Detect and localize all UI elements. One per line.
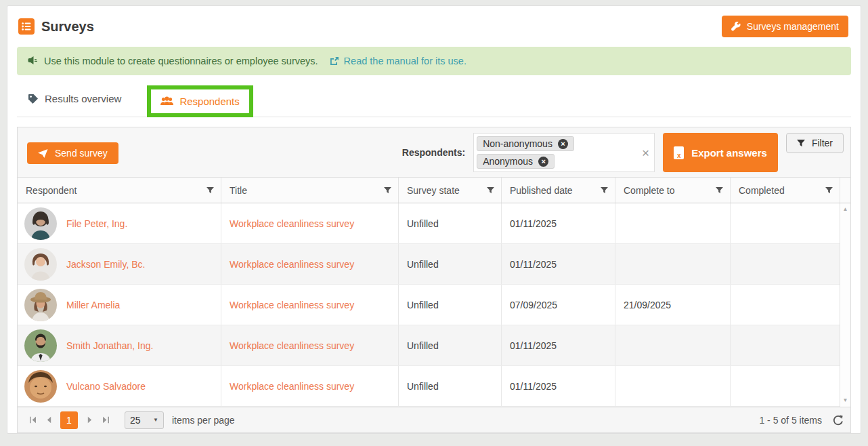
- column-label: Complete to: [624, 185, 674, 196]
- table-row[interactable]: Jackson Emily, Bc. Workplace cleanliness…: [18, 244, 840, 285]
- survey-state-cell: Unfilled: [398, 244, 501, 284]
- column-label: Survey state: [407, 185, 460, 196]
- respondent-link[interactable]: Smith Jonathan, Ing.: [66, 340, 153, 351]
- export-answers-button[interactable]: Export answers: [663, 133, 778, 172]
- completed-cell: [730, 325, 840, 365]
- survey-state-cell: Unfilled: [398, 325, 501, 365]
- column-header-survey-state[interactable]: Survey state: [398, 178, 501, 203]
- filter-button-label: Filter: [812, 138, 833, 148]
- respondent-link[interactable]: Miller Amelia: [66, 300, 120, 310]
- respondent-link[interactable]: Jackson Emily, Bc.: [66, 259, 145, 270]
- respondent-link[interactable]: File Peter, Ing.: [66, 218, 127, 229]
- toolbar-right: Respondents: Non-anonymous × Anonymous ×…: [402, 133, 844, 172]
- filter-icon[interactable]: [825, 187, 833, 194]
- published-date-cell: 01/11/2025: [501, 244, 615, 284]
- completed-cell: [730, 203, 840, 243]
- column-label: Published date: [510, 185, 573, 196]
- table-body: File Peter, Ing. Workplace cleanliness s…: [18, 203, 850, 407]
- banner-text: Use this module to create questionnaires…: [44, 56, 318, 66]
- pager-first-icon[interactable]: [24, 411, 41, 429]
- tag-non-anonymous-label: Non-anonymous: [483, 138, 552, 149]
- respondents-multiselect[interactable]: Non-anonymous × Anonymous × ×: [473, 133, 655, 172]
- vertical-scrollbar[interactable]: ▲ ▼: [840, 203, 850, 407]
- tab-results-overview[interactable]: Results overview: [17, 93, 132, 104]
- highlight-annotation: Respondents: [147, 85, 253, 117]
- manual-link[interactable]: Read the manual for its use.: [330, 56, 466, 66]
- respondents-filter-label: Respondents:: [402, 147, 465, 158]
- filter-icon[interactable]: [601, 187, 608, 194]
- grid-toolbar: Send survey Respondents: Non-anonymous ×…: [18, 127, 850, 178]
- column-label: Title: [230, 185, 247, 196]
- survey-state-cell: Unfilled: [398, 366, 501, 406]
- filter-icon[interactable]: [716, 187, 723, 194]
- remove-icon[interactable]: ×: [558, 139, 568, 149]
- tag-non-anonymous[interactable]: Non-anonymous ×: [477, 136, 574, 151]
- pager-prev-icon[interactable]: [41, 411, 57, 429]
- column-header-title[interactable]: Title: [221, 178, 398, 203]
- table-row[interactable]: File Peter, Ing. Workplace cleanliness s…: [18, 203, 840, 244]
- survey-title-link[interactable]: Workplace cleanliness survey: [230, 218, 354, 229]
- complete-to-cell: [615, 203, 730, 243]
- send-survey-button[interactable]: Send survey: [27, 142, 118, 164]
- surveys-management-label: Surveys management: [747, 21, 839, 32]
- scroll-down-icon[interactable]: ▼: [843, 398, 848, 403]
- published-date-cell: 01/11/2025: [501, 325, 615, 365]
- survey-title-link[interactable]: Workplace cleanliness survey: [230, 340, 354, 351]
- surveys-management-button[interactable]: Surveys management: [722, 16, 848, 37]
- column-header-completed[interactable]: Completed: [730, 178, 840, 203]
- people-icon: [160, 96, 173, 106]
- pager-last-icon[interactable]: [97, 411, 114, 429]
- page-size-value: 25: [130, 415, 141, 426]
- completed-cell: [730, 285, 840, 325]
- column-header-complete-to[interactable]: Complete to: [615, 178, 730, 203]
- published-date-cell: 01/11/2025: [501, 203, 615, 243]
- header-scroll-spacer: [840, 178, 850, 203]
- manual-link-label: Read the manual for its use.: [344, 56, 466, 66]
- excel-icon: [674, 146, 684, 159]
- complete-to-cell: [615, 366, 730, 406]
- page-size-select[interactable]: 25 ▼: [125, 411, 164, 429]
- column-header-respondent[interactable]: Respondent: [18, 178, 221, 203]
- wrench-icon: [731, 22, 741, 31]
- tab-respondents[interactable]: Respondents: [151, 89, 248, 113]
- table-rows: File Peter, Ing. Workplace cleanliness s…: [18, 203, 840, 407]
- survey-title-link[interactable]: Workplace cleanliness survey: [230, 381, 354, 392]
- avatar: [24, 329, 57, 362]
- filter-icon: [797, 140, 805, 147]
- filter-icon[interactable]: [487, 187, 494, 194]
- survey-title-link[interactable]: Workplace cleanliness survey: [230, 300, 354, 310]
- send-icon: [38, 149, 48, 158]
- table-row[interactable]: Vulcano Salvadore Workplace cleanliness …: [18, 366, 840, 407]
- pager-page-1[interactable]: 1: [60, 411, 78, 429]
- published-date-cell: 01/11/2025: [501, 366, 615, 406]
- filter-icon[interactable]: [384, 187, 391, 194]
- table-row[interactable]: Smith Jonathan, Ing. Workplace cleanline…: [18, 325, 840, 366]
- complete-to-cell: [615, 244, 730, 284]
- clear-icon[interactable]: ×: [642, 146, 649, 159]
- tab-strip: Results overview Respondents: [17, 81, 851, 117]
- filter-icon[interactable]: [207, 187, 214, 194]
- export-answers-label: Export answers: [691, 147, 767, 159]
- grid-pager: 1 25 ▼ items per page 1 - 5 of 5 items: [18, 407, 850, 432]
- survey-title-link[interactable]: Workplace cleanliness survey: [230, 259, 354, 270]
- tag-anonymous-label: Anonymous: [483, 156, 533, 167]
- respondent-link[interactable]: Vulcano Salvadore: [66, 381, 146, 392]
- published-date-cell: 07/09/2025: [501, 285, 615, 325]
- tag-icon: [28, 94, 39, 104]
- table-header: Respondent Title Survey state Published …: [18, 178, 850, 203]
- survey-state-cell: Unfilled: [398, 285, 501, 325]
- avatar: [24, 248, 57, 281]
- refresh-icon[interactable]: [833, 415, 844, 426]
- pager-next-icon[interactable]: [81, 411, 97, 429]
- avatar: [24, 207, 57, 240]
- respondents-grid: Send survey Respondents: Non-anonymous ×…: [17, 127, 851, 433]
- external-link-icon: [330, 56, 339, 66]
- filter-button[interactable]: Filter: [786, 133, 844, 153]
- remove-icon[interactable]: ×: [538, 157, 548, 167]
- complete-to-cell: [615, 325, 730, 365]
- scroll-up-icon[interactable]: ▲: [843, 207, 848, 212]
- column-header-published-date[interactable]: Published date: [501, 178, 615, 203]
- column-label: Respondent: [26, 185, 77, 196]
- table-row[interactable]: Miller Amelia Workplace cleanliness surv…: [18, 285, 840, 325]
- tag-anonymous[interactable]: Anonymous ×: [477, 154, 555, 169]
